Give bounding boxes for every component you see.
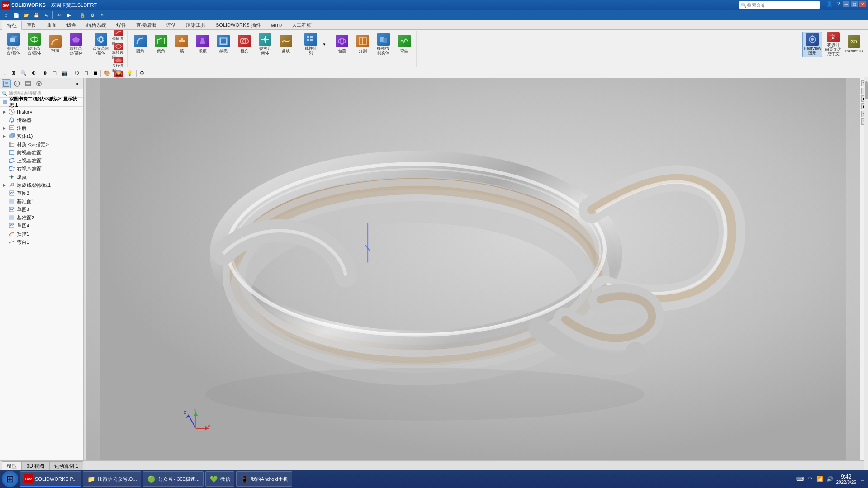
tab-sketch[interactable]: 草图: [22, 20, 42, 29]
ref-geometry-button[interactable]: 参考几何体: [255, 32, 275, 57]
scene-button[interactable]: 🌄: [114, 69, 123, 77]
draft-button[interactable]: 拔模: [193, 32, 213, 57]
tree-item-sketch3[interactable]: ▶ 草图3: [0, 205, 83, 213]
tree-item-flex1[interactable]: ▶ 弯向1: [0, 238, 83, 246]
home-button[interactable]: ⌂: [2, 11, 11, 19]
pattern-expand-button[interactable]: ▼: [322, 42, 327, 47]
tree-item-material[interactable]: ▶ 材质 <未指定>: [0, 140, 83, 148]
tree-item-plane1[interactable]: ▶ 基准面1: [0, 197, 83, 205]
view-selector-button[interactable]: 👁: [41, 69, 49, 77]
tab-3d-view[interactable]: 3D 视图: [22, 461, 49, 470]
taskbar-explorer[interactable]: 📁 H:微信公众号\O...: [83, 471, 141, 487]
tab-render[interactable]: 渲染工具: [181, 20, 211, 29]
open-button[interactable]: 📂: [22, 11, 31, 19]
minimize-button[interactable]: ─: [843, 1, 850, 7]
lights-button[interactable]: 💡: [125, 69, 135, 77]
tab-structure[interactable]: 结构系统: [81, 20, 111, 29]
appearance-button[interactable]: 🎨: [102, 69, 112, 77]
tree-item-top-plane[interactable]: ▶ 上视基准面: [0, 156, 83, 165]
tree-item-history[interactable]: ▶ History: [0, 108, 83, 116]
taskbar-solidworks[interactable]: SW SOLIDWORKS P...: [20, 471, 81, 487]
show-desktop-icon[interactable]: □: [859, 475, 866, 483]
expand-helix[interactable]: ▶: [2, 182, 7, 188]
taskbar-android[interactable]: 📱 我的Android手机: [236, 471, 292, 487]
instant3d-button[interactable]: 3D Instant3D: [844, 32, 864, 57]
fillet-button[interactable]: 圆角: [130, 32, 150, 57]
new-button[interactable]: 📄: [12, 11, 21, 19]
tree-item-origin[interactable]: ▶ 原点: [0, 173, 83, 181]
camera-button[interactable]: 📷: [60, 69, 70, 77]
expand-solid-bodies[interactable]: ▶: [2, 133, 7, 139]
part-name-item[interactable]: 双圆卡簧二 (默认<<默认>_显示状态 1: [0, 98, 83, 107]
expand-button[interactable]: »: [98, 11, 107, 19]
tab-model[interactable]: 模型: [2, 461, 22, 470]
tab-surface[interactable]: 曲面: [42, 20, 62, 29]
close-button[interactable]: ✕: [859, 1, 866, 7]
tray-language-icon[interactable]: 中: [806, 475, 814, 483]
flex-button[interactable]: 弯曲: [394, 32, 414, 57]
chamfer-button[interactable]: 倒角: [151, 32, 171, 57]
tab-mbd[interactable]: MBD: [266, 20, 287, 29]
undo-button[interactable]: ↩: [55, 11, 64, 19]
tray-volume-icon[interactable]: 🔊: [826, 475, 834, 483]
start-button[interactable]: ⊞: [2, 471, 18, 487]
wireframe-button[interactable]: ⬡: [73, 69, 81, 77]
tab-evaluate[interactable]: 评估: [161, 20, 181, 29]
curves-button[interactable]: 曲线: [276, 32, 296, 57]
zoom-in-out-button[interactable]: 🔍: [19, 69, 28, 77]
save-button[interactable]: 💾: [32, 11, 41, 19]
sweep-cut-button[interactable]: 扫描切除: [112, 32, 125, 44]
tree-item-sweep1[interactable]: ▶ 扫描1: [0, 230, 83, 238]
extrude-boss-button[interactable]: 拉伸凸台/基体: [4, 32, 24, 57]
display-pane-tab[interactable]: [34, 79, 43, 88]
move-copy-button[interactable]: 移动/复制实体: [374, 32, 394, 57]
sweep-boss-button[interactable]: 扫描: [45, 32, 65, 57]
property-manager-tab[interactable]: i: [13, 79, 22, 88]
revolve-boss-button[interactable]: 旋转凸台/基体: [24, 32, 44, 57]
shell-button[interactable]: 抽壳: [213, 32, 233, 57]
boundary-boss-button[interactable]: 边界凸台/基体: [91, 32, 111, 57]
tree-item-sketch2[interactable]: ▶ 草图2: [0, 189, 83, 197]
tree-item-sketch4[interactable]: ▶ 草图4: [0, 222, 83, 230]
search-input[interactable]: [747, 3, 811, 8]
intersect-button[interactable]: 相交: [234, 32, 254, 57]
linear-pattern-button[interactable]: 线性阵列: [301, 32, 321, 57]
loft-boss-button[interactable]: 放样凸台/基体: [66, 32, 86, 57]
tab-motion[interactable]: 运动算例 1: [49, 461, 83, 470]
run-button[interactable]: ▶: [65, 11, 74, 19]
tray-keyboard-icon[interactable]: ⌨: [797, 475, 804, 483]
expand-history[interactable]: ▶: [2, 109, 7, 114]
taskbar-browser[interactable]: 🟢 公众号 - 360极速...: [143, 471, 204, 487]
tree-item-front-plane[interactable]: ▶ 前视基准面: [0, 148, 83, 156]
tree-item-annotations[interactable]: ▶ 注解: [0, 124, 83, 132]
hidden-lines-button[interactable]: ◻: [82, 69, 90, 77]
tab-sheet-metal[interactable]: 钣金: [62, 20, 81, 29]
revolve-cut-button[interactable]: 旋转切除: [112, 45, 125, 58]
rotate-view-button[interactable]: ↕: [2, 69, 8, 77]
options-button[interactable]: ⚙: [88, 11, 97, 19]
tray-network-icon[interactable]: 📶: [816, 475, 824, 483]
config-manager-tab[interactable]: [24, 79, 33, 88]
print-button[interactable]: 🖨: [42, 11, 51, 19]
viewport[interactable]: Z X Y: [86, 78, 860, 460]
tab-plugins[interactable]: SOLIDWORKS 插件: [211, 20, 266, 29]
wrap-button[interactable]: 包覆: [332, 32, 352, 57]
clock-area[interactable]: 9:42 2022/8/26: [836, 474, 857, 485]
taskbar-wechat[interactable]: 💚 微信: [205, 471, 234, 487]
expand-panel-button[interactable]: »: [72, 79, 81, 88]
tree-item-helix[interactable]: ▶ 螺旋线/涡状线1: [0, 181, 83, 189]
tree-item-solid-bodies[interactable]: ▶ 实体(1): [0, 132, 83, 140]
tab-direct-edit[interactable]: 直接编辑: [131, 20, 161, 29]
tree-item-right-plane[interactable]: ▶ 右视基准面: [0, 165, 83, 173]
expand-annotations[interactable]: ▶: [2, 125, 7, 131]
convert-to-chinese-button[interactable]: 文 将设计由英文改成中文: [823, 32, 843, 57]
lock-button[interactable]: 🔒: [78, 11, 87, 19]
tab-weldment[interactable]: 焊件: [111, 20, 131, 29]
split-button[interactable]: 分割: [353, 32, 373, 57]
user-icon[interactable]: 👤: [825, 1, 835, 9]
shaded-button[interactable]: ◼: [91, 69, 99, 77]
zoom-window-button[interactable]: ⊕: [30, 69, 38, 77]
maximize-button[interactable]: □: [851, 1, 858, 7]
rib-button[interactable]: 筋: [172, 32, 192, 57]
help-icon[interactable]: ?: [835, 1, 842, 9]
